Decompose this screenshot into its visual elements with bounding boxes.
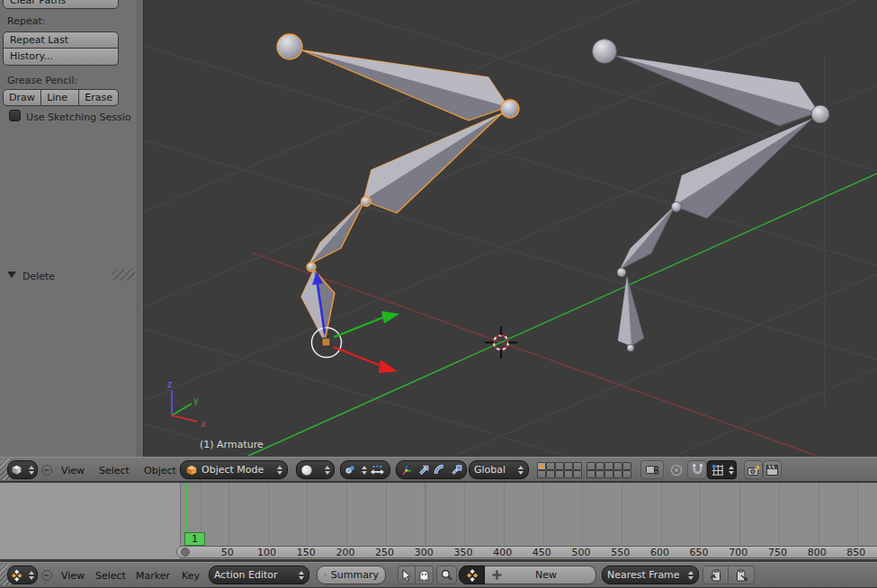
dope-sheet-editor-icon	[11, 569, 22, 582]
active-object-label: (1) Armature	[200, 439, 264, 450]
scene-canvas: z y x (1) Armature	[144, 0, 877, 457]
draw-button[interactable]: Draw	[3, 89, 41, 106]
filter-icon	[324, 568, 327, 582]
use-sketching-checkbox[interactable]	[9, 110, 21, 121]
menu-select-3d[interactable]: Select	[99, 465, 130, 477]
axis-z-label: z	[167, 379, 172, 389]
history-button[interactable]: History...	[3, 49, 119, 66]
auto-snap-select[interactable]: Nearest Frame	[602, 566, 699, 584]
proportional-edit-icon	[669, 463, 684, 477]
editor-type-selector-dope[interactable]	[7, 566, 38, 584]
snap-toggle-button[interactable]	[687, 460, 707, 479]
blender-window: Clear Paths Repeat: Repeat Last History.…	[0, 0, 877, 588]
ghost-button[interactable]	[416, 566, 434, 584]
paste-clipboard-icon	[734, 568, 748, 583]
viewport-shading-select[interactable]	[296, 460, 335, 479]
render-still-button[interactable]	[744, 460, 763, 479]
frame-ruler: 50100 150200 250300 350400 450500 550600…	[208, 547, 877, 558]
object-origin-point[interactable]	[322, 338, 330, 346]
pivot-point-icon	[345, 464, 356, 476]
delete-panel-collapse-icon[interactable]	[7, 272, 16, 278]
timeline-scrollbar-knob[interactable]	[181, 548, 190, 557]
dope-sheet-area[interactable]: 1 50100 150200 250300 350400 450500 5506…	[0, 483, 877, 562]
floor-grid	[144, 0, 877, 457]
zoom-region-button[interactable]	[436, 566, 457, 584]
menu-key-dope[interactable]: Key	[182, 570, 200, 582]
clapperboard-icon	[765, 463, 780, 477]
magnet-icon	[691, 463, 704, 477]
pivot-point-group[interactable]	[340, 460, 390, 479]
repeat-last-button[interactable]: Repeat Last	[3, 31, 119, 49]
repeat-section-label: Repeat:	[7, 15, 45, 27]
action-dots-icon	[466, 569, 479, 582]
transform-orientation-select[interactable]: Global	[469, 460, 529, 479]
translate-manipulator-icon[interactable]	[417, 463, 430, 477]
dope-mode-select[interactable]: Action Editor	[209, 566, 309, 584]
menu-select-dope[interactable]: Select	[95, 570, 126, 582]
clear-paths-button[interactable]: Clear Paths	[3, 0, 119, 9]
lock-scene-icon	[645, 463, 659, 477]
dope-sheet-header: View Select Marker Key Action Editor Sum…	[0, 562, 877, 588]
object-mode-icon	[185, 464, 198, 477]
lock-to-scene-button[interactable]	[640, 460, 664, 479]
scale-manipulator-icon[interactable]	[451, 463, 463, 477]
rotate-manipulator-icon[interactable]	[434, 463, 446, 477]
layers-group-1[interactable]	[537, 462, 582, 478]
axis-x-label: x	[201, 419, 206, 429]
manipulator-x-arrow[interactable]	[334, 347, 381, 366]
manipulator-buttons	[396, 460, 467, 479]
cursor-arrow-icon	[401, 569, 412, 582]
editor-type-selector-3d[interactable]	[7, 460, 38, 479]
view3d-editor-icon	[11, 463, 22, 477]
menu-object-3d[interactable]: Object	[144, 465, 176, 477]
delete-panel-label[interactable]: Delete	[22, 271, 55, 282]
ghost-icon	[418, 569, 430, 582]
keyframe-grid[interactable]	[180, 483, 877, 545]
mode-select[interactable]: Object Mode	[180, 460, 288, 479]
manipulator-axes-icon[interactable]	[400, 463, 413, 477]
shading-solid-icon	[300, 464, 313, 477]
render-camera-icon	[747, 463, 761, 477]
render-animation-button[interactable]	[763, 460, 782, 479]
manipulate-center-points-icon[interactable]	[370, 464, 385, 477]
x-axis-line	[252, 253, 877, 457]
current-frame-line[interactable]	[185, 483, 188, 534]
collapse-menus-icon[interactable]	[41, 465, 52, 476]
mini-axis-gizmo: z y x	[167, 379, 206, 429]
magnifier-icon	[440, 568, 453, 582]
axis-y-label: y	[193, 396, 199, 405]
layer-cell-active[interactable]	[537, 462, 546, 470]
copy-clipboard-icon	[709, 568, 723, 583]
tool-shelf: Clear Paths Repeat: Repeat Last History.…	[0, 0, 144, 457]
erase-button[interactable]: Erase	[79, 89, 119, 106]
tool-shelf-scrollbar[interactable]	[137, 0, 143, 457]
menu-view-3d[interactable]: View	[61, 465, 85, 477]
snap-increment-icon	[711, 463, 724, 477]
action-icon-button[interactable]	[459, 566, 485, 584]
menu-marker-dope[interactable]: Marker	[136, 570, 170, 582]
summary-toggle-button[interactable]: Summary	[317, 566, 386, 584]
snap-element-select[interactable]	[707, 460, 737, 479]
paste-keyframes-button[interactable]	[729, 566, 755, 584]
view3d-header: View Select Object Object Mode	[0, 457, 877, 482]
delete-panel-grip[interactable]	[112, 269, 135, 281]
plus-icon	[491, 569, 503, 581]
new-action-button[interactable]: New	[485, 566, 596, 584]
grease-pencil-label: Grease Pencil:	[7, 75, 77, 86]
armature-selected[interactable]	[277, 34, 519, 342]
use-sketching-label: Use Sketching Sessio	[26, 111, 131, 123]
current-frame-badge[interactable]: 1	[184, 532, 205, 546]
proportional-edit-button[interactable]	[667, 460, 685, 479]
cursor-select-button[interactable]	[398, 566, 416, 584]
menu-view-dope[interactable]: View	[61, 570, 85, 582]
grease-pencil-row: Draw Line Erase	[3, 89, 119, 106]
manipulator-y-arrow[interactable]	[334, 317, 383, 337]
editor-type-arrows	[26, 466, 34, 475]
viewport-3d[interactable]: z y x (1) Armature	[144, 0, 877, 457]
copy-keyframes-button[interactable]	[702, 566, 729, 584]
line-button[interactable]: Line	[41, 89, 79, 106]
layers-group-2[interactable]	[586, 462, 631, 478]
collapse-menus-icon-dope[interactable]	[41, 570, 52, 581]
view3d-area: Clear Paths Repeat: Repeat Last History.…	[0, 0, 877, 457]
armature-unselected[interactable]	[593, 40, 830, 352]
